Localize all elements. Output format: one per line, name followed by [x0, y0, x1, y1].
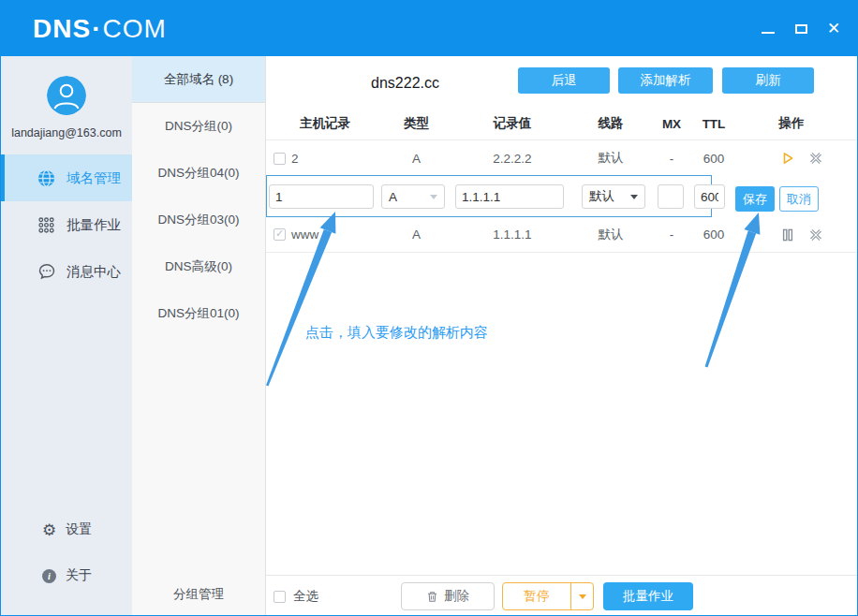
- chevron-down-icon: [430, 195, 437, 199]
- edit-row: A 默认 保存 取消: [266, 176, 857, 217]
- group-item-dns-group-04[interactable]: DNS分组04(0): [132, 150, 265, 197]
- group-item-dns-group[interactable]: DNS分组(0): [132, 103, 265, 150]
- group-list: 全部域名 (8) DNS分组(0) DNS分组04(0) DNS分组03(0) …: [132, 56, 266, 616]
- resume-icon[interactable]: [780, 151, 796, 167]
- maximize-icon: [795, 24, 807, 34]
- delete-button[interactable]: 删除: [401, 582, 495, 610]
- minimize-icon: [762, 32, 775, 34]
- delete-record-icon[interactable]: [808, 227, 824, 242]
- back-button[interactable]: 后退: [518, 67, 610, 94]
- app-window: DNS·COM ✕ landajiang@163.com: [0, 0, 858, 616]
- avatar: [47, 76, 86, 115]
- about-item[interactable]: i 关于: [1, 560, 132, 592]
- batch-jobs-button[interactable]: 批量作业: [603, 582, 693, 610]
- line-select-value: 默认: [589, 188, 614, 205]
- col-header-ops: 操作: [737, 115, 846, 132]
- type-select-value: A: [389, 190, 397, 204]
- mx-input[interactable]: [658, 184, 684, 209]
- close-button[interactable]: ✕: [825, 21, 842, 37]
- app-logo: DNS·COM: [33, 14, 167, 44]
- refresh-button[interactable]: 刷新: [722, 67, 814, 94]
- close-icon: ✕: [827, 21, 840, 37]
- sidebar-bottom: ⚙ 设置 i 关于: [1, 514, 132, 616]
- pause-button[interactable]: 暂停: [502, 582, 594, 610]
- table-header: 主机记录 类型 记录值 线路 MX TTL 操作: [266, 108, 857, 140]
- info-icon: i: [42, 569, 56, 583]
- group-item-dns-group-03[interactable]: DNS分组03(0): [132, 197, 265, 243]
- delete-record-icon[interactable]: [808, 151, 824, 167]
- row-checkbox[interactable]: [274, 153, 286, 165]
- main-panel: dns222.cc 后退 添加解析 刷新 主机记录 类型 记录值 线路 MX T…: [266, 56, 857, 616]
- sidebar-item-batch-jobs[interactable]: 批量作业: [1, 201, 132, 248]
- domain-title: dns222.cc: [356, 75, 454, 92]
- ttl-input[interactable]: [694, 184, 725, 209]
- sidebar-item-domain-management[interactable]: 域名管理: [1, 154, 132, 201]
- sidebar-item-message-center[interactable]: 消息中心: [1, 248, 132, 295]
- cancel-button[interactable]: 取消: [779, 186, 819, 212]
- sidebar-nav: 域名管理 批量作业: [1, 154, 132, 295]
- select-all-checkbox[interactable]: [274, 591, 286, 603]
- globe-icon: [37, 169, 56, 188]
- delete-label: 删除: [444, 588, 469, 605]
- select-all-label: 全选: [293, 588, 318, 605]
- grid-dots-icon: [37, 215, 56, 235]
- col-header-value: 记录值: [456, 115, 569, 132]
- cell-mx: -: [653, 227, 690, 242]
- row-checkbox[interactable]: [274, 228, 286, 241]
- gear-icon: ⚙: [42, 522, 56, 538]
- minimize-button[interactable]: [760, 21, 777, 37]
- cell-type: A: [377, 227, 456, 242]
- col-header-mx: MX: [653, 117, 690, 131]
- user-email: landajiang@163.com: [1, 126, 132, 139]
- annotation-text: 点击，填入要修改的解析内容: [305, 324, 488, 342]
- sidebar: landajiang@163.com 域名管理: [1, 56, 132, 616]
- cell-line: 默认: [569, 150, 653, 167]
- cell-line: 默认: [569, 227, 653, 243]
- sidebar-item-label: 批量作业: [67, 216, 121, 234]
- select-all: 全选: [274, 576, 318, 616]
- col-header-type: 类型: [377, 115, 456, 132]
- group-management-button[interactable]: 分组管理: [132, 573, 265, 616]
- cell-host: 2: [291, 152, 299, 166]
- bottom-action-bar: 全选 删除 暂停 批量作业: [266, 575, 857, 616]
- host-input[interactable]: [269, 184, 374, 209]
- cell-ttl: 600: [690, 227, 737, 242]
- save-button[interactable]: 保存: [735, 186, 775, 212]
- group-item-dns-group-01[interactable]: DNS分组01(0): [132, 290, 265, 337]
- add-record-button[interactable]: 添加解析: [618, 67, 713, 94]
- chat-bubble-icon: [37, 262, 56, 282]
- trash-icon: [426, 591, 438, 603]
- settings-label: 设置: [66, 521, 92, 538]
- about-label: 关于: [66, 567, 92, 584]
- group-item-all-domains[interactable]: 全部域名 (8): [132, 56, 265, 103]
- value-input[interactable]: [455, 184, 564, 209]
- sidebar-item-label: 域名管理: [67, 169, 121, 187]
- titlebar: DNS·COM ✕: [1, 1, 857, 56]
- group-item-dns-advanced[interactable]: DNS高级(0): [132, 243, 265, 290]
- col-header-host: 主机记录: [274, 115, 377, 132]
- pause-dropdown-toggle[interactable]: [570, 583, 593, 609]
- table-row: 2 A 2.2.2.2 默认 - 600: [266, 140, 857, 176]
- col-header-line: 线路: [569, 115, 653, 132]
- logo-dot: ·: [92, 14, 101, 44]
- line-select[interactable]: 默认: [582, 184, 645, 209]
- main-header: dns222.cc 后退 添加解析 刷新: [266, 56, 857, 108]
- settings-item[interactable]: ⚙ 设置: [1, 514, 132, 546]
- cell-type: A: [377, 152, 456, 166]
- cell-value: 2.2.2.2: [456, 152, 569, 166]
- cell-ttl: 600: [690, 152, 737, 166]
- logo-com: COM: [102, 14, 166, 44]
- logo-dns: DNS: [33, 14, 91, 44]
- window-controls: ✕: [760, 21, 842, 37]
- pause-icon[interactable]: [780, 227, 796, 242]
- chevron-down-icon: [579, 594, 586, 599]
- sidebar-item-label: 消息中心: [67, 263, 121, 281]
- cell-value: 1.1.1.1: [456, 227, 569, 242]
- maximize-button[interactable]: [792, 21, 809, 37]
- table-row: www A 1.1.1.1 默认 - 600: [266, 217, 857, 253]
- cell-mx: -: [653, 152, 690, 166]
- col-header-ttl: TTL: [690, 117, 737, 131]
- pause-label: 暂停: [503, 583, 570, 609]
- type-select[interactable]: A: [381, 184, 445, 209]
- chevron-down-icon: [630, 195, 638, 199]
